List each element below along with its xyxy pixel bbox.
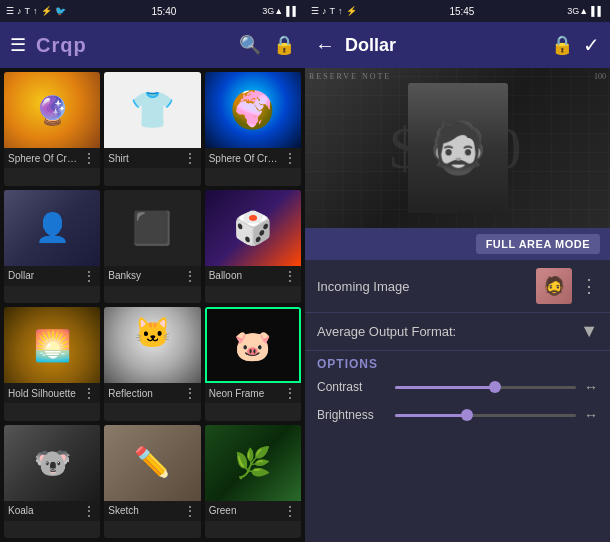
status-r-5: ⚡ <box>346 6 357 16</box>
signal-left: 3G▲ <box>262 6 283 16</box>
grid-image-balloon: 🎲 <box>205 190 301 266</box>
grid-item-more-icon[interactable]: ⋮ <box>82 385 96 401</box>
list-item[interactable]: 🌿 Green ⋮ <box>205 425 301 539</box>
grid-item-label-row: Sphere Of Crystal ⋮ <box>4 148 100 168</box>
thumb-emoji: 🧔 <box>543 275 565 297</box>
lock-icon-right[interactable]: 🔒 <box>551 34 573 56</box>
grid-item-label: Hold Silhouette <box>8 388 76 399</box>
grid-item-more-icon[interactable]: ⋮ <box>82 150 96 166</box>
grid-item-more-icon[interactable]: ⋮ <box>82 268 96 284</box>
list-item[interactable]: 🎲 Balloon ⋮ <box>205 190 301 304</box>
list-item[interactable]: 🐷 Neon Frame ⋮ <box>205 307 301 421</box>
list-item[interactable]: ✏️ Sketch ⋮ <box>104 425 200 539</box>
confirm-icon[interactable]: ✓ <box>583 33 600 57</box>
person-emoji: 🧔 <box>427 119 489 177</box>
top-nav-left: ☰ Crqp 🔍 🔒 <box>0 22 305 68</box>
grid-item-label-row: Koala ⋮ <box>4 501 100 521</box>
battery-left: ▌▌ <box>286 6 299 16</box>
grid-item-label-row: Sphere Of Crystal 3 ⋮ <box>205 148 301 168</box>
grid-item-more-icon[interactable]: ⋮ <box>283 150 297 166</box>
status-r-2: ♪ <box>322 6 327 16</box>
grid-item-more-icon[interactable]: ⋮ <box>183 150 197 166</box>
list-item[interactable]: ⬛ Banksy ⋮ <box>104 190 200 304</box>
incoming-image-row[interactable]: Incoming Image 🧔 ⋮ <box>305 260 610 313</box>
grid-item-more-icon[interactable]: ⋮ <box>283 503 297 519</box>
contrast-expand-icon[interactable]: ↔ <box>584 379 598 395</box>
right-panel: ☰ ♪ T ↑ ⚡ 15:45 3G▲ ▌▌ ← Dollar 🔒 ✓ $100… <box>305 0 610 542</box>
grid-item-more-icon[interactable]: ⋮ <box>183 503 197 519</box>
incoming-image-thumb: 🧔 <box>536 268 572 304</box>
grid-item-label-row: Reflection ⋮ <box>104 383 200 403</box>
incoming-image-more-icon[interactable]: ⋮ <box>580 275 598 297</box>
status-icons-right-left: 3G▲ ▌▌ <box>262 6 299 16</box>
grid-item-label: Sketch <box>108 505 139 516</box>
grid-item-label-row: Balloon ⋮ <box>205 266 301 286</box>
brightness-slider-track[interactable] <box>395 414 576 417</box>
detail-title: Dollar <box>345 35 541 56</box>
status-r-1: ☰ <box>311 6 319 16</box>
grid-item-label-row: Banksy ⋮ <box>104 266 200 286</box>
grid-item-label: Neon Frame <box>209 388 265 399</box>
list-item[interactable]: 🌅 Hold Silhouette ⋮ <box>4 307 100 421</box>
contrast-slider-track[interactable] <box>395 386 576 389</box>
grid-image-hold: 🌅 <box>4 307 100 383</box>
lock-icon[interactable]: 🔒 <box>273 34 295 56</box>
brightness-label: Brightness <box>317 408 387 422</box>
dollar-number-text: 100 <box>594 72 606 81</box>
grid-image-green: 🌿 <box>205 425 301 501</box>
brightness-slider-thumb <box>461 409 473 421</box>
status-r-4: ↑ <box>338 6 343 16</box>
detail-content: Incoming Image 🧔 ⋮ Average Output Format… <box>305 260 610 542</box>
brightness-slider-fill <box>395 414 467 417</box>
list-item[interactable]: 🐨 Koala ⋮ <box>4 425 100 539</box>
grid-image-banksy: ⬛ <box>104 190 200 266</box>
dollar-image-area: $100 🧔 RESERVE NOTE 100 <box>305 68 610 228</box>
grid-image-koala: 🐨 <box>4 425 100 501</box>
grid-item-label: Sphere Of Crystal 3 <box>209 153 280 164</box>
grid-item-label-reflection: Reflection <box>108 388 152 399</box>
status-icons-r2: 3G▲ ▌▌ <box>567 6 604 16</box>
list-item[interactable]: 🌍 Sphere Of Crystal 3 ⋮ <box>205 72 301 186</box>
status-r-3: T <box>330 6 336 16</box>
grid-item-label: Dollar <box>8 270 34 281</box>
status-icon-5: ⚡ <box>41 6 52 16</box>
grid-item-label: Banksy <box>108 270 141 281</box>
list-item[interactable]: 👕 Shirt ⋮ <box>104 72 200 186</box>
grid-item-more-icon[interactable]: ⋮ <box>183 385 197 401</box>
status-icons-left: ☰ ♪ T ↑ ⚡ 🐦 <box>6 6 66 16</box>
status-icon-3: T <box>25 6 31 16</box>
grid-image-reflection: 🐱 <box>104 307 200 383</box>
status-bar-left: ☰ ♪ T ↑ ⚡ 🐦 15:40 3G▲ ▌▌ <box>0 0 305 22</box>
search-icon[interactable]: 🔍 <box>239 34 261 56</box>
reflection-cat: 🐱 <box>134 315 171 350</box>
status-icon-6: 🐦 <box>55 6 66 16</box>
contrast-slider-thumb <box>489 381 501 393</box>
grid-item-label: Balloon <box>209 270 242 281</box>
hamburger-icon[interactable]: ☰ <box>10 34 26 56</box>
contrast-slider-fill <box>395 386 495 389</box>
grid-image-sphere3: 🌍 <box>205 72 301 148</box>
grid-item-more-icon[interactable]: ⋮ <box>283 268 297 284</box>
full-area-mode-bar: FULL AREA MODE <box>305 228 610 260</box>
list-item[interactable]: 👤 Dollar ⋮ <box>4 190 100 304</box>
list-item-reflection[interactable]: 🐱 Reflection ⋮ <box>104 307 200 421</box>
grid-item-more-icon[interactable]: ⋮ <box>82 503 96 519</box>
format-row[interactable]: Average Output Format: ▼ <box>305 313 610 351</box>
format-dropdown-icon[interactable]: ▼ <box>580 321 598 342</box>
grid-item-more-icon[interactable]: ⋮ <box>283 385 297 401</box>
contrast-slider-row: Contrast ↔ <box>305 373 610 401</box>
brightness-expand-icon[interactable]: ↔ <box>584 407 598 423</box>
format-label: Average Output Format: <box>317 324 580 339</box>
grid-item-label: Shirt <box>108 153 129 164</box>
grid-image-dollar: 👤 <box>4 190 100 266</box>
options-header: OPTIONS <box>305 351 610 373</box>
top-nav-right: ← Dollar 🔒 ✓ <box>305 22 610 68</box>
back-button[interactable]: ← <box>315 34 335 57</box>
full-area-mode-button[interactable]: FULL AREA MODE <box>476 234 600 254</box>
grid-item-label-row: Hold Silhouette ⋮ <box>4 383 100 403</box>
signal-right: 3G▲ <box>567 6 588 16</box>
status-bar-right: ☰ ♪ T ↑ ⚡ 15:45 3G▲ ▌▌ <box>305 0 610 22</box>
list-item[interactable]: 🔮 Sphere Of Crystal ⋮ <box>4 72 100 186</box>
grid-item-more-icon[interactable]: ⋮ <box>183 268 197 284</box>
app-title: Crqp <box>36 34 229 57</box>
